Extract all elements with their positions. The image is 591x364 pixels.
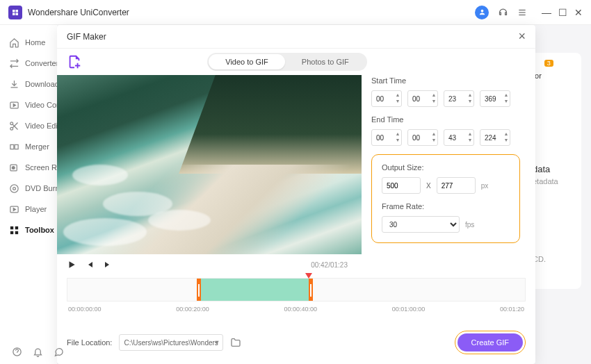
compress-icon <box>8 99 19 110</box>
output-height-input[interactable] <box>437 177 476 194</box>
headset-icon[interactable] <box>497 7 508 18</box>
mode-tabs: Video to GIF Photos to GIF <box>207 53 366 71</box>
frame-rate-select[interactable]: 30 <box>382 216 460 233</box>
home-icon <box>8 37 19 48</box>
modal-title: GIF Maker <box>67 32 106 42</box>
next-frame-icon[interactable] <box>103 260 113 270</box>
sidebar-item-editor[interactable]: Video Editor <box>0 115 57 136</box>
sidebar: Home Converter Downloader Video Compress… <box>0 25 57 364</box>
svg-point-12 <box>12 166 15 169</box>
selection-range[interactable] <box>200 279 312 301</box>
tab-video-to-gif[interactable]: Video to GIF <box>209 54 285 69</box>
merge-icon <box>8 141 19 152</box>
end-time-label: End Time <box>371 115 520 124</box>
timeline-ticks: 00:00:00:00 00:00:20:00 00:00:40:00 00:0… <box>67 306 526 313</box>
feedback-icon[interactable] <box>53 346 64 357</box>
grid-icon <box>8 224 19 235</box>
svg-rect-19 <box>15 231 17 233</box>
frame-rate-label: Frame Rate: <box>382 202 510 210</box>
chevron-up-icon[interactable]: ▲ <box>503 92 509 98</box>
playback-time: 00:42/01:23 <box>311 261 348 269</box>
timeline-track[interactable] <box>67 278 526 301</box>
download-icon <box>8 78 19 90</box>
file-location-select[interactable]: C:\Users\ws\Pictures\Wonders▼ <box>119 334 223 351</box>
menu-icon[interactable] <box>517 7 528 18</box>
timeline: 00:00:00:00 00:00:20:00 00:00:40:00 00:0… <box>57 275 535 313</box>
svg-rect-16 <box>10 226 13 229</box>
chevron-down-icon[interactable]: ▼ <box>431 137 437 143</box>
app-title: Wondershare UniConverter <box>28 8 129 17</box>
create-highlight: Create GIF <box>455 331 526 354</box>
sidebar-item-dvd[interactable]: DVD Burner <box>0 178 57 199</box>
chevron-up-icon[interactable]: ▲ <box>467 92 473 98</box>
chevron-up-icon[interactable]: ▲ <box>431 131 437 137</box>
create-gif-button[interactable]: Create GIF <box>458 333 523 351</box>
svg-point-5 <box>10 122 13 124</box>
svg-rect-9 <box>10 144 13 149</box>
convert-icon <box>8 58 19 69</box>
chevron-down-icon[interactable]: ▼ <box>431 98 437 104</box>
sidebar-item-home[interactable]: Home <box>0 32 57 53</box>
minimize-icon[interactable]: — <box>542 8 551 17</box>
chevron-up-icon[interactable]: ▲ <box>431 92 437 98</box>
chevron-down-icon[interactable]: ▼ <box>467 98 473 104</box>
svg-rect-18 <box>10 231 13 233</box>
chevron-down-icon: ▼ <box>214 339 220 346</box>
folder-icon[interactable] <box>230 337 241 348</box>
start-time-label: Start Time <box>371 76 520 85</box>
output-size-label: Output Size: <box>382 163 510 172</box>
svg-point-6 <box>10 127 13 130</box>
play-icon <box>8 204 19 215</box>
sidebar-item-converter[interactable]: Converter <box>0 53 57 74</box>
disc-icon <box>8 183 19 194</box>
video-preview[interactable] <box>57 75 362 254</box>
sidebar-item-toolbox[interactable]: Toolbox <box>0 220 57 240</box>
close-window-icon[interactable]: ✕ <box>574 8 583 17</box>
user-avatar-icon[interactable] <box>475 6 489 19</box>
tab-photos-to-gif[interactable]: Photos to GIF <box>285 54 366 69</box>
output-settings-box: Output Size: X px Frame Rate: 30 fps <box>371 154 520 243</box>
gif-maker-modal: GIF Maker × Video to GIF Photos to GIF <box>57 25 535 364</box>
play-button-icon[interactable] <box>67 260 76 270</box>
range-end-handle[interactable] <box>309 279 313 301</box>
svg-point-14 <box>13 187 15 190</box>
app-logo <box>8 6 22 19</box>
chevron-up-icon[interactable]: ▲ <box>503 131 509 137</box>
chevron-up-icon[interactable]: ▲ <box>395 92 400 98</box>
chevron-down-icon[interactable]: ▼ <box>503 137 509 143</box>
record-icon <box>8 162 19 173</box>
svg-point-0 <box>480 10 483 13</box>
sidebar-item-compressor[interactable]: Video Compressor <box>0 94 57 115</box>
close-icon[interactable]: × <box>518 29 526 44</box>
range-start-handle[interactable] <box>197 279 201 301</box>
svg-rect-10 <box>15 144 18 149</box>
output-width-input[interactable] <box>382 177 421 194</box>
sidebar-item-player[interactable]: Player <box>0 199 57 220</box>
add-file-icon[interactable] <box>67 54 82 69</box>
chevron-down-icon[interactable]: ▼ <box>503 98 509 104</box>
chevron-up-icon[interactable]: ▲ <box>467 131 473 137</box>
prev-frame-icon[interactable] <box>85 260 95 270</box>
svg-point-13 <box>10 184 17 192</box>
svg-rect-17 <box>15 226 17 229</box>
scissors-icon <box>8 120 19 131</box>
maximize-icon[interactable]: ☐ <box>558 8 567 17</box>
file-location-label: File Location: <box>67 338 112 347</box>
playhead-icon[interactable] <box>305 273 312 279</box>
sidebar-item-merger[interactable]: Merger <box>0 136 57 157</box>
help-icon[interactable] <box>11 346 22 357</box>
chevron-down-icon[interactable]: ▼ <box>467 137 473 143</box>
sidebar-item-downloader[interactable]: Downloader <box>0 74 57 94</box>
bell-icon[interactable] <box>32 346 43 357</box>
titlebar: Wondershare UniConverter — ☐ ✕ <box>0 0 591 25</box>
sidebar-item-recorder[interactable]: Screen Recorder <box>0 157 57 178</box>
chevron-down-icon[interactable]: ▼ <box>395 98 400 104</box>
chevron-down-icon[interactable]: ▼ <box>395 137 400 143</box>
chevron-up-icon[interactable]: ▲ <box>395 131 400 137</box>
